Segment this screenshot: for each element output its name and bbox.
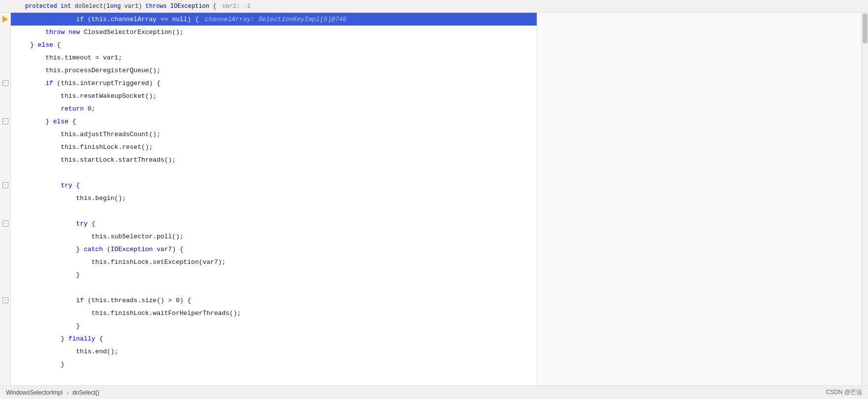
sidebar-cell-21 <box>0 268 10 281</box>
code-line-6: if (this.interruptTriggered) { <box>11 77 537 89</box>
scrollbar-thumb[interactable] <box>863 14 868 43</box>
sidebar-cell-18 <box>0 230 10 243</box>
breadcrumb-method: doSelect() <box>72 389 99 396</box>
fold-button-14[interactable]: − <box>2 182 8 188</box>
sidebar-cell-13 <box>0 166 10 179</box>
line-11-code: this.finishLock.reset(); <box>15 143 153 151</box>
code-line-10: this.adjustThreadsCount(); <box>11 128 537 141</box>
top-signature-line: protected int doSelect(long var1) throws… <box>0 0 868 13</box>
sidebar-cell-8 <box>0 102 10 115</box>
code-line-28: } <box>11 358 537 370</box>
breadcrumb: WindowsSelectorImpl › doSelect() <box>6 389 99 396</box>
line-2-code: throw new ClosedSelectorException(); <box>15 28 183 36</box>
right-panel <box>537 13 861 385</box>
code-content[interactable]: if (this.channelArray == null) { channel… <box>11 13 537 385</box>
code-line-23: if (this.threads.size() > 0) { <box>11 294 537 307</box>
sidebar-cell-4 <box>0 51 10 64</box>
breadcrumb-class: WindowsSelectorImpl <box>6 389 62 396</box>
sidebar-cell-3 <box>0 38 10 51</box>
code-line-11: this.finishLock.reset(); <box>11 141 537 153</box>
code-line-18: this.subSelector.poll(); <box>11 230 537 243</box>
sidebar-cell-2 <box>0 26 10 38</box>
sidebar-cell-24 <box>0 307 10 319</box>
line-18-code: this.subSelector.poll(); <box>15 233 183 240</box>
code-line-15: this.begin(); <box>11 192 537 204</box>
code-line-3: } else { <box>11 38 537 51</box>
sidebar-cell-26 <box>0 332 10 345</box>
line-8-code: return 0; <box>15 105 95 113</box>
line-19-code: } catch (IOException var7) { <box>15 246 183 253</box>
code-line-25: } <box>11 319 537 332</box>
line-23-code: if (this.threads.size() > 0) { <box>15 297 191 304</box>
fold-button-9[interactable]: − <box>2 118 8 124</box>
code-line-14: try { <box>11 179 537 192</box>
sidebar-cell-25 <box>0 319 10 332</box>
code-line-27: this.end(); <box>11 345 537 358</box>
breadcrumb-separator: › <box>66 389 68 396</box>
code-line-19: } catch (IOException var7) { <box>11 243 537 256</box>
fold-button-6[interactable]: − <box>2 80 8 86</box>
code-line-7: this.resetWakeupSocket(); <box>11 89 537 102</box>
sidebar-cell-27 <box>0 345 10 358</box>
sidebar-cell-7 <box>0 89 10 102</box>
line-16-code <box>15 207 19 215</box>
sidebar-cell-11 <box>0 141 10 153</box>
fold-button-17[interactable]: − <box>2 221 8 227</box>
line-24-code: this.finishLock.waitForHelperThreads(); <box>15 310 241 317</box>
fold-button-23[interactable]: − <box>2 297 8 303</box>
sidebar-cell-15 <box>0 192 10 204</box>
sidebar-cell-16 <box>0 204 10 217</box>
main-layout: − − − − − <box>0 13 868 385</box>
code-line-17: try { <box>11 217 537 230</box>
line-4-code: this.timeout = var1; <box>15 54 122 61</box>
line-5-code: this.processDeregisterQueue(); <box>15 67 160 74</box>
line-6-code: if (this.interruptTriggered) { <box>15 80 160 87</box>
line-20-code: this.finishLock.setException(var7); <box>15 258 226 266</box>
sidebar-cell-28 <box>0 358 10 370</box>
sidebar-cell-5 <box>0 64 10 77</box>
line-1-hint: channelArray: SelectionKeyImpl[8]@746 <box>205 16 347 23</box>
line-3-code: } else { <box>15 41 61 49</box>
line-9-code: } else { <box>15 118 76 125</box>
line-17-code: try { <box>15 220 95 228</box>
sidebar-cell-20 <box>0 256 10 268</box>
vertical-scrollbar[interactable] <box>861 13 868 385</box>
line-22-code <box>15 284 19 291</box>
sidebar-cell-23[interactable]: − <box>0 294 10 307</box>
sidebar-cell-6[interactable]: − <box>0 77 10 89</box>
left-sidebar: − − − − − <box>0 13 11 385</box>
code-line-24: this.finishLock.waitForHelperThreads(); <box>11 307 537 319</box>
line-25-code: } <box>15 322 80 330</box>
line-26-code: } finally { <box>15 335 103 342</box>
sidebar-cell-12 <box>0 153 10 166</box>
line-27-code: this.end(); <box>15 348 118 355</box>
code-line-5: this.processDeregisterQueue(); <box>11 64 537 77</box>
code-area: if (this.channelArray == null) { channel… <box>11 13 868 385</box>
status-right-label: CSDN @芒说 <box>826 388 862 397</box>
line-14-code: try { <box>15 182 80 189</box>
top-line-hint: var1: -1 <box>222 3 251 10</box>
code-line-1: if (this.channelArray == null) { channel… <box>11 13 537 26</box>
editor-container: protected int doSelect(long var1) throws… <box>0 0 868 399</box>
code-line-20: this.finishLock.setException(var7); <box>11 256 537 268</box>
line-21-code: } <box>15 271 80 279</box>
sidebar-cell-14[interactable]: − <box>0 179 10 192</box>
code-line-26: } finally { <box>11 332 537 345</box>
sidebar-cell-1 <box>0 13 10 26</box>
sidebar-cell-17[interactable]: − <box>0 217 10 230</box>
code-line-9: } else { <box>11 115 537 128</box>
code-line-22 <box>11 281 537 294</box>
line-12-code: this.startLock.startThreads(); <box>15 156 176 164</box>
sidebar-cell-19 <box>0 243 10 256</box>
code-line-4: this.timeout = var1; <box>11 51 537 64</box>
code-line-21: } <box>11 268 537 281</box>
status-bar: WindowsSelectorImpl › doSelect() CSDN @芒… <box>0 385 868 399</box>
debug-arrow <box>2 16 8 23</box>
line-10-code: this.adjustThreadsCount(); <box>15 131 160 138</box>
sidebar-cell-22 <box>0 281 10 294</box>
line-13-code <box>15 169 19 176</box>
line-15-code: this.begin(); <box>15 195 126 202</box>
code-line-16 <box>11 204 537 217</box>
sidebar-cell-9[interactable]: − <box>0 115 10 128</box>
code-line-2: throw new ClosedSelectorException(); <box>11 26 537 38</box>
